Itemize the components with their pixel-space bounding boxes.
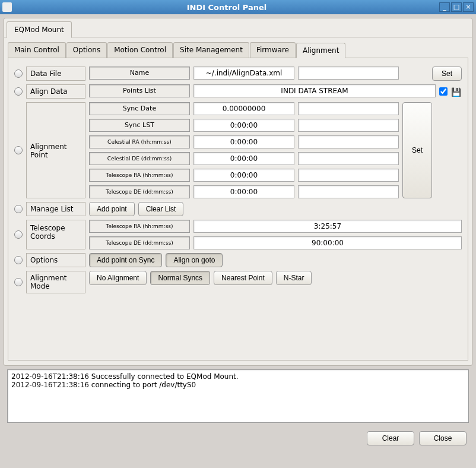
led-alignment-point	[14, 146, 23, 154]
clear-button[interactable]: Clear	[367, 431, 414, 445]
ap-input-1[interactable]	[298, 119, 399, 132]
led-align-data	[14, 87, 23, 96]
ap-name-2: Celestial RA (hh:mm:ss)	[89, 135, 190, 148]
minimize-button[interactable]: _	[439, 2, 450, 12]
ap-value-2: 0:00:00	[193, 135, 294, 148]
row-telescope-coords: Telescope Coords Telescope RA (hh:mm:ss)…	[14, 220, 462, 249]
value-data-file: ~/.indi/AlignData.xml	[193, 67, 294, 80]
align-data-checkbox[interactable]	[439, 87, 448, 96]
ap-input-3[interactable]	[298, 152, 399, 165]
device-tabbar: EQMod Mount	[4, 18, 472, 37]
ap-input-4[interactable]	[298, 169, 399, 182]
row-alignment-mode: Alignment Mode No AlignmentNormal SyncsN…	[14, 271, 462, 293]
ap-input-2[interactable]	[298, 135, 399, 148]
close-window-button[interactable]: ×	[463, 2, 474, 12]
label-alignment-point: Alignment Point	[26, 102, 85, 198]
ap-name-5: Telescope DE (dd:mm:ss)	[89, 185, 190, 198]
device-tabset: EQMod Mount Main ControlOptionsMotion Co…	[4, 18, 472, 366]
tab-alignment[interactable]: Alignment	[296, 43, 345, 58]
set-data-file-button[interactable]: Set	[432, 67, 462, 81]
tab-motion-control[interactable]: Motion Control	[107, 42, 173, 58]
set-alignment-point-button[interactable]: Set	[402, 102, 432, 198]
alignment-panel: Data File Name ~/.indi/AlignData.xml Set…	[8, 58, 468, 361]
label-align-data: Align Data	[26, 84, 85, 99]
add-point-button[interactable]: Add point	[89, 202, 135, 216]
tab-main-control[interactable]: Main Control	[8, 42, 66, 58]
maximize-button[interactable]: □	[451, 2, 462, 12]
client-area: EQMod Mount Main ControlOptionsMotion Co…	[0, 14, 476, 454]
section-tabbar: Main ControlOptionsMotion ControlSite Ma…	[8, 40, 468, 58]
ap-name-4: Telescope RA (hh:mm:ss)	[89, 169, 190, 182]
field-name-align-data: Points List	[89, 84, 190, 97]
mode-n-star-button[interactable]: N-Star	[276, 271, 312, 285]
tc-value-1: 90:00:00	[193, 236, 462, 249]
ap-value-1: 0:00:00	[193, 119, 294, 132]
mode-no-alignment-button[interactable]: No Alignment	[89, 271, 147, 285]
row-align-data: Align Data Points List INDI DATA STREAM …	[14, 84, 462, 99]
label-telescope-coords: Telescope Coords	[26, 220, 85, 249]
led-manage-list	[14, 205, 23, 213]
footer: Clear Close	[4, 426, 472, 450]
label-alignment-mode: Alignment Mode	[26, 271, 85, 293]
label-options: Options	[26, 253, 85, 267]
titlebar: INDI Control Panel _ □ ×	[0, 0, 476, 14]
mode-nearest-point-button[interactable]: Nearest Point	[214, 271, 272, 285]
led-telescope-coords	[14, 230, 23, 239]
led-options	[14, 256, 23, 264]
tc-name-0: Telescope RA (hh:mm:ss)	[89, 220, 190, 233]
ap-value-0: 0.00000000	[193, 102, 294, 115]
mode-normal-syncs-button[interactable]: Normal Syncs	[150, 271, 210, 285]
led-alignment-mode	[14, 278, 23, 286]
ap-input-0[interactable]	[298, 102, 399, 115]
tc-value-0: 3:25:57	[193, 220, 462, 233]
label-data-file: Data File	[26, 67, 85, 81]
tab-firmware[interactable]: Firmware	[250, 42, 296, 58]
align-on-goto-button[interactable]: Align on goto	[166, 253, 223, 267]
app-icon	[2, 2, 12, 12]
row-data-file: Data File Name ~/.indi/AlignData.xml Set	[14, 67, 462, 81]
window-title: INDI Control Panel	[14, 3, 439, 12]
value-align-data: INDI DATA STREAM	[193, 84, 436, 97]
device-body: Main ControlOptionsMotion ControlSite Ma…	[4, 37, 472, 365]
input-data-file[interactable]	[298, 67, 399, 80]
ap-value-4: 0:00:00	[193, 169, 294, 182]
log-line: 2012-09-16T21:38:16 connecting to port /…	[11, 381, 465, 389]
add-point-on-sync-button[interactable]: Add point on Sync	[89, 253, 162, 267]
ap-value-3: 0:00:00	[193, 152, 294, 165]
clear-list-button[interactable]: Clear List	[138, 202, 184, 216]
ap-name-0: Sync Date	[89, 102, 190, 115]
log-line: 2012-09-16T21:38:16 Successfully connect…	[11, 372, 465, 381]
window: INDI Control Panel _ □ × EQMod Mount Mai…	[0, 0, 476, 468]
led-data-file	[14, 69, 23, 78]
tab-eqmod-mount[interactable]: EQMod Mount	[7, 21, 72, 38]
disk-icon[interactable]: 💾	[451, 87, 462, 96]
tab-site-management[interactable]: Site Management	[173, 42, 249, 58]
ap-input-5[interactable]	[298, 185, 399, 198]
log-area[interactable]: 2012-09-16T21:38:16 Successfully connect…	[7, 369, 469, 423]
tc-name-1: Telescope DE (dd:mm:ss)	[89, 236, 190, 249]
row-manage-list: Manage List Add point Clear List	[14, 202, 462, 216]
ap-value-5: 0:00:00	[193, 185, 294, 198]
label-manage-list: Manage List	[26, 202, 85, 216]
tab-options[interactable]: Options	[66, 42, 107, 58]
close-button[interactable]: Close	[419, 431, 467, 445]
field-name-data-file: Name	[89, 67, 190, 80]
row-alignment-point: Alignment Point Sync DateSync LSTCelesti…	[14, 102, 462, 198]
row-options: Options Add point on Sync Align on goto	[14, 253, 462, 267]
ap-name-1: Sync LST	[89, 119, 190, 132]
ap-name-3: Celestial DE (dd:mm:ss)	[89, 152, 190, 165]
